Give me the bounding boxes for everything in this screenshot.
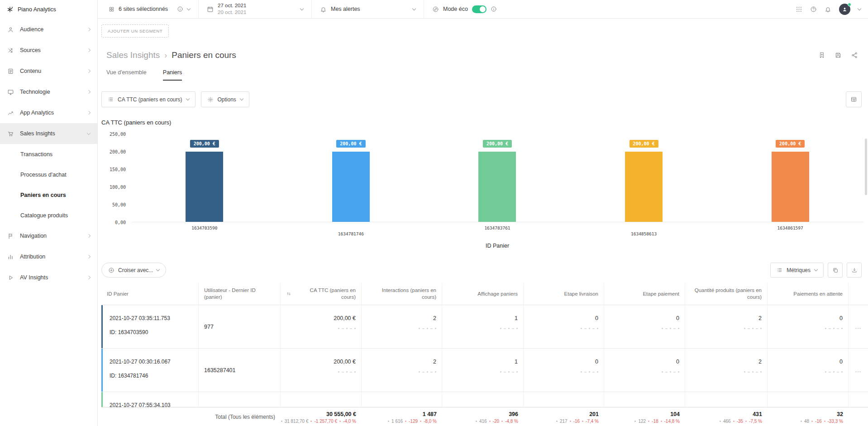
eco-mode-label: Mode éco — [443, 6, 468, 12]
bar-1634861597[interactable]: 200,00 € — [717, 134, 863, 222]
sidebar-item-sources[interactable]: Sources — [0, 40, 97, 61]
total-label: Total (Tous les éléments) — [101, 414, 281, 420]
column-header-label: CA TTC (paniers en cours) — [294, 287, 356, 301]
chevron-down-icon — [186, 97, 189, 101]
bar-1634783761[interactable]: 200,00 € — [424, 134, 571, 222]
help-icon[interactable] — [810, 6, 817, 13]
info-icon[interactable] — [491, 6, 497, 12]
bar-value-label: 200,00 € — [776, 140, 805, 148]
chevron-right-icon — [87, 276, 91, 279]
bookmark-add-icon[interactable] — [818, 52, 825, 59]
sort-icon — [286, 291, 291, 297]
sidebar-item-label: Attribution — [20, 254, 81, 260]
cart-id: ID: 1634703590 — [110, 329, 193, 335]
table-actions: Métriques — [770, 263, 862, 278]
sidebar-subitem-paniers-en-cours[interactable]: Paniers en cours — [0, 185, 97, 205]
chevron-right-icon — [87, 255, 91, 258]
chevron-down-icon — [412, 6, 416, 10]
cross-with-button[interactable]: Croiser avec... — [101, 263, 166, 278]
sidebar-item-audience[interactable]: Audience — [0, 19, 97, 40]
sidebar-item-av-insights[interactable]: AV Insights — [0, 267, 97, 288]
bar-value-label: 200,00 € — [483, 140, 512, 148]
data-table-icon — [850, 96, 857, 103]
page-actions — [818, 52, 858, 59]
metric-list-icon — [777, 267, 782, 273]
scrollbar-thumb[interactable] — [865, 139, 867, 195]
chevron-down-icon — [300, 6, 304, 10]
bar-value-label: 200,00 € — [629, 140, 658, 148]
column-header-quantite-produits[interactable]: Quantité produits (paniers en cours) — [685, 283, 768, 305]
sidebar-subitem-catalogue-produits[interactable]: Catalogue produits — [0, 205, 97, 225]
share-icon[interactable] — [851, 52, 858, 59]
carts-table: ID Panier Utilisateur - Dernier ID (pani… — [101, 283, 868, 426]
sidebar-item-sales-insights[interactable]: Sales Insights — [0, 123, 97, 144]
sidebar-item-technologie[interactable]: Technologie — [0, 81, 97, 102]
info-icon[interactable] — [177, 6, 183, 12]
date-range-picker[interactable]: 27 oct. 2021 20 oct. 2021 — [198, 0, 311, 18]
metrics-dropdown[interactable]: Métriques — [770, 263, 824, 278]
bar — [332, 152, 370, 222]
sidebar-item-navigation[interactable]: Navigation — [0, 225, 97, 246]
main-area: 6 sites sélectionnés 27 oct. 2021 20 oct… — [98, 0, 868, 426]
user-avatar[interactable] — [839, 4, 850, 15]
tab-paniers[interactable]: Paniers — [163, 69, 182, 81]
breadcrumb-parent[interactable]: Sales Insights — [106, 50, 160, 60]
column-header-interactions[interactable]: Interactions (paniers en cours) — [362, 283, 442, 305]
chevron-down-icon[interactable] — [858, 6, 861, 10]
chevron-right-icon — [87, 111, 91, 115]
sidebar-subitem-transactions[interactable]: Transactions — [0, 144, 97, 164]
cross-with-label: Croiser avec... — [118, 267, 153, 273]
column-header-etape-paiement[interactable]: Etape paiement — [604, 283, 685, 305]
metric-dropdown[interactable]: CA TTC (paniers en cours) — [101, 91, 196, 107]
sidebar-item-label: Audience — [20, 26, 81, 33]
sidebar-item-attribution[interactable]: Attribution — [0, 246, 97, 267]
quantite-cell: 2 — [685, 305, 768, 348]
sites-icon — [109, 6, 114, 12]
row-accent-bar — [101, 305, 103, 348]
date-range: 27 oct. 2021 20 oct. 2021 — [218, 2, 246, 16]
bar-1634703590[interactable]: 200,00 € — [131, 134, 278, 222]
column-header-affichage-paniers[interactable]: Affichage paniers — [442, 283, 524, 305]
site-selector[interactable]: 6 sites sélectionnés — [98, 0, 198, 18]
status-dot — [848, 3, 851, 6]
row-more-button[interactable]: ... — [849, 305, 868, 348]
y-tick: 0,00 — [115, 220, 126, 225]
eco-leaf-icon — [432, 6, 439, 13]
add-segment-button[interactable]: AJOUTER UN SEGMENT — [101, 24, 169, 38]
date-secondary: 20 oct. 2021 — [218, 9, 246, 16]
sidebar-item-app-analytics[interactable]: App Analytics — [0, 102, 97, 123]
app-logo[interactable]: Piano Analytics — [0, 0, 97, 19]
app-analytics-icon — [7, 110, 14, 116]
column-header-utilisateur[interactable]: Utilisateur - Dernier ID (panier) — [199, 283, 281, 305]
bar — [186, 152, 223, 222]
copy-table-button[interactable] — [828, 263, 843, 278]
save-icon[interactable] — [835, 52, 842, 59]
export-table-button[interactable] — [847, 263, 862, 278]
column-header-etape-livraison[interactable]: Etape livraison — [524, 283, 604, 305]
column-header-ca-ttc[interactable]: CA TTC (paniers en cours) — [281, 283, 362, 305]
bar-chart: 250,00 200,00 150,00 100,00 50,00 0,00 2… — [101, 134, 863, 249]
chevron-down-icon — [156, 268, 160, 271]
column-header-paiements-en-attente[interactable]: Paiements en attente — [768, 283, 849, 305]
plot-area: 200,00 € 200,00 € 200,00 € 200,00 € — [131, 134, 863, 249]
options-dropdown[interactable]: Options — [201, 91, 249, 107]
apps-grid-icon[interactable] — [796, 6, 802, 13]
notifications-bell-icon[interactable] — [825, 6, 831, 13]
chart-data-table-button[interactable] — [846, 91, 862, 107]
sidebar-subitem-processus-achat[interactable]: Processus d'achat — [0, 164, 97, 185]
alerts-label: Mes alertes — [331, 6, 360, 12]
metric-dropdown-label: CA TTC (paniers en cours) — [118, 96, 182, 103]
chevron-down-icon — [187, 6, 191, 10]
row-more-button[interactable]: ... — [849, 349, 868, 392]
download-icon — [851, 267, 858, 273]
chevron-right-icon — [87, 48, 91, 52]
column-header-id-panier[interactable]: ID Panier — [101, 283, 199, 305]
bar-1634781746[interactable]: 200,00 € — [278, 134, 424, 222]
bar-1634858613[interactable]: 200,00 € — [571, 134, 717, 222]
livraison-cell: 0 — [524, 349, 604, 392]
tab-vue-densemble[interactable]: Vue d'ensemble — [106, 69, 147, 81]
sidebar-item-contenu[interactable]: Contenu — [0, 61, 97, 81]
alerts-selector[interactable]: Mes alertes — [311, 0, 424, 18]
shopping-cart-icon — [7, 130, 14, 137]
eco-mode-toggle[interactable] — [472, 5, 486, 13]
